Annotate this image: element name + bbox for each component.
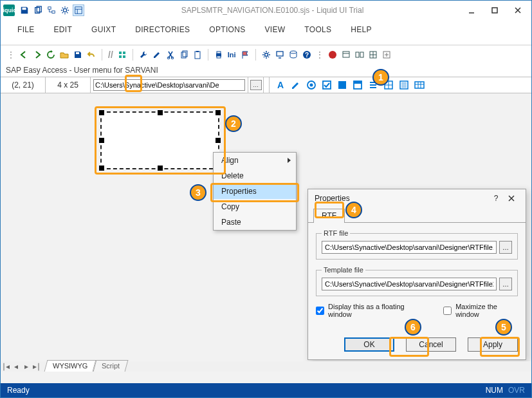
layout-icon[interactable] [73, 5, 84, 16]
module-icon[interactable] [116, 49, 128, 61]
apply-button[interactable]: Apply [468, 337, 518, 352]
menu-file[interactable]: FILE [17, 25, 35, 34]
table-tool-icon[interactable] [414, 79, 425, 91]
open-icon[interactable] [59, 49, 70, 61]
menu-view[interactable]: VIEW [264, 25, 285, 34]
menu-directories[interactable]: DIRECTORIES [135, 25, 190, 34]
tool-extra-icon[interactable] [381, 49, 392, 61]
db-icon[interactable] [288, 49, 299, 61]
window-buttons [461, 3, 529, 17]
copy-icon[interactable] [32, 5, 44, 16]
rtf-file-browse[interactable]: … [499, 241, 512, 254]
template-file-browse[interactable]: … [499, 278, 512, 290]
toolbar-separator [255, 49, 256, 61]
tab-script[interactable]: Script [93, 360, 129, 372]
svg-point-40 [310, 84, 313, 87]
dialog-title-bar[interactable]: Properties ? [308, 189, 526, 207]
resize-handle-s[interactable] [158, 166, 163, 171]
context-menu-align[interactable]: Align [214, 153, 296, 168]
ini-button[interactable]: Ini [226, 51, 237, 59]
save-icon[interactable] [19, 5, 30, 16]
template-file-input[interactable] [322, 278, 497, 290]
monitor-icon[interactable] [274, 49, 286, 61]
minimize-button[interactable] [461, 3, 482, 17]
radio-tool-icon[interactable] [306, 79, 317, 91]
scroll-last-icon[interactable]: ▸∣ [32, 361, 42, 372]
element-toolbox: A [269, 77, 531, 93]
menu-help[interactable]: HELP [351, 25, 372, 34]
wrench-icon[interactable] [138, 49, 149, 61]
resize-handle-w[interactable] [99, 138, 104, 143]
tree-icon[interactable] [46, 5, 57, 16]
menu-options[interactable]: OPTIONS [209, 25, 245, 34]
menu-edit[interactable]: EDIT [54, 25, 73, 34]
cancel-button[interactable]: Cancel [406, 337, 456, 352]
dialog-close-button[interactable] [504, 192, 519, 205]
dialog-tab-rtf[interactable]: RTF [313, 209, 345, 223]
undo-icon[interactable] [86, 49, 97, 61]
copy-icon[interactable] [178, 49, 190, 61]
close-button[interactable] [507, 3, 529, 17]
svg-rect-18 [183, 51, 187, 57]
paste-icon[interactable] [192, 49, 203, 61]
scroll-left-icon[interactable]: ◂ [11, 361, 21, 372]
comment-icon[interactable]: // [107, 50, 115, 60]
ok-button[interactable]: OK [344, 337, 394, 352]
edit-icon[interactable] [151, 49, 163, 61]
svg-rect-55 [415, 82, 424, 88]
text-tool-icon[interactable]: A [275, 79, 286, 91]
window-tool-icon[interactable] [352, 79, 363, 91]
menu-tools[interactable]: TOOLS [304, 25, 331, 34]
save-icon[interactable] [72, 49, 84, 61]
help-icon[interactable]: ? [301, 49, 313, 61]
toolbar-separator [208, 49, 208, 61]
resize-handle-n[interactable] [158, 110, 163, 115]
context-menu-copy[interactable]: Copy [214, 199, 296, 214]
dialog-tabstrip: RTF [308, 207, 526, 223]
tab-wysiwyg[interactable]: WYSIWYG [44, 360, 96, 372]
cut-icon[interactable] [165, 49, 176, 61]
browse-button[interactable]: … [250, 80, 262, 90]
refresh-icon[interactable] [45, 49, 57, 61]
context-menu-paste[interactable]: Paste [214, 214, 296, 230]
maximize-window-checkbox[interactable] [443, 307, 452, 315]
resize-handle-sw[interactable] [99, 166, 104, 171]
context-menu-properties[interactable]: Properties [214, 184, 296, 199]
record-icon[interactable] [327, 49, 338, 61]
maximize-button[interactable] [484, 3, 506, 17]
pencil-tool-icon[interactable] [290, 79, 302, 91]
script-path-cell [91, 77, 248, 93]
dialog-help-button[interactable]: ? [488, 192, 504, 205]
svg-rect-42 [338, 81, 346, 89]
main-toolbar: ⋮ // Ini ? ⋮ [1, 46, 531, 64]
scroll-right-icon[interactable]: ▸ [21, 361, 32, 372]
print-icon[interactable] [213, 49, 225, 61]
dialog-button-row: OK Cancel Apply [316, 337, 518, 352]
checkbox-tool-icon[interactable] [321, 79, 333, 91]
resize-handle-nw[interactable] [99, 110, 104, 115]
back-icon[interactable] [18, 49, 30, 61]
floating-window-checkbox[interactable] [316, 307, 324, 315]
flag-icon[interactable] [239, 49, 251, 61]
scroll-first-icon[interactable]: ∣◂ [1, 361, 11, 372]
panel-tool-icon[interactable] [336, 79, 348, 91]
context-menu-delete[interactable]: Delete [214, 168, 296, 184]
selected-element[interactable] [100, 111, 219, 169]
gear-icon[interactable] [261, 49, 272, 61]
checkbox-row: Display this as a floating window Maximi… [316, 303, 518, 318]
panel3-icon[interactable] [367, 49, 379, 61]
status-bar: Ready NUM OVR [1, 383, 531, 397]
callout-6: 6 [405, 319, 421, 336]
rtf-file-input[interactable] [322, 241, 497, 254]
resize-handle-e[interactable] [216, 138, 221, 143]
menu-guixt[interactable]: GUIXT [91, 25, 116, 34]
panel2-icon[interactable] [354, 49, 365, 61]
design-canvas[interactable]: Align Delete Properties Copy Paste Prope… [1, 93, 531, 383]
forward-icon[interactable] [32, 49, 43, 61]
resize-handle-ne[interactable] [216, 110, 221, 115]
window-icon[interactable] [340, 49, 352, 61]
svg-rect-41 [323, 81, 331, 89]
script-path-input[interactable] [93, 79, 245, 91]
form-tool-icon[interactable] [398, 79, 410, 91]
gear-icon[interactable] [59, 5, 71, 16]
